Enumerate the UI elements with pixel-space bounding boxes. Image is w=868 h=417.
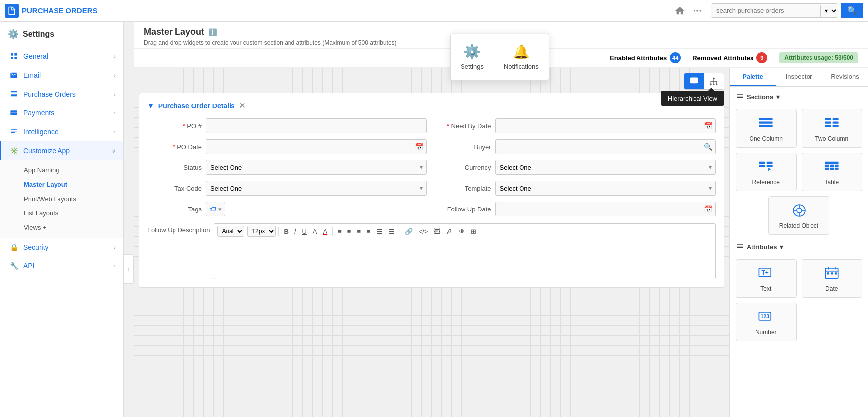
svg-rect-54 xyxy=(835,272,837,274)
input-need-by-date[interactable] xyxy=(496,122,701,130)
field-follow-up-date: Follow Up Date 📅 xyxy=(437,202,716,216)
palette-text[interactable]: T+ Text xyxy=(736,259,797,298)
sidebar-item-security[interactable]: 🔒 Security › xyxy=(0,238,123,257)
sidebar-sub-item-print-web-layouts[interactable]: Print/Web Layouts xyxy=(16,192,123,206)
removed-attributes-stat: Removed Attributes 9 xyxy=(693,52,767,63)
content-area: Master Layout ℹ️ Drag and drop widgets t… xyxy=(134,22,868,417)
rte-image-button[interactable]: 🖼 xyxy=(431,227,443,236)
rte-align-right-button[interactable]: ≡ xyxy=(354,227,363,236)
input-follow-up-date-wrapper: 📅 xyxy=(495,202,716,216)
palette-reference[interactable]: Reference xyxy=(736,153,797,191)
views-label: Views + xyxy=(24,224,47,231)
rte-justify-button[interactable]: ≡ xyxy=(364,227,373,236)
sidebar-item-intelligence[interactable]: Intelligence › xyxy=(0,122,123,141)
hierarchical-view-button[interactable] xyxy=(704,73,724,89)
page-title: Master Layout xyxy=(144,27,204,37)
rte-italic-button[interactable]: I xyxy=(292,227,299,236)
tags-input[interactable]: 🏷 ▾ xyxy=(206,202,225,216)
input-buyer[interactable] xyxy=(496,143,701,151)
rte-code-button[interactable]: </> xyxy=(416,227,431,236)
related-object-icon xyxy=(790,202,808,219)
desktop-view-button[interactable] xyxy=(684,73,704,89)
select-tax-code-wrapper: Select One xyxy=(206,181,427,196)
rte-print-button[interactable]: 🖨 xyxy=(444,227,455,236)
more-options-button[interactable] xyxy=(690,3,705,18)
tab-revisions[interactable]: Revisions xyxy=(822,68,868,86)
info-icon[interactable]: ℹ️ xyxy=(208,28,217,36)
notifications-notif-item[interactable]: 🔔 Notifications xyxy=(494,34,549,80)
palette-attributes-title: Attributes ▾ xyxy=(736,243,862,254)
rte-label: Follow Up Description xyxy=(147,223,210,234)
select-status[interactable]: Select One xyxy=(206,160,427,175)
label-tax-code: Tax Code xyxy=(147,185,202,192)
rte-content-area[interactable] xyxy=(214,239,715,279)
rte-highlight-button[interactable]: A xyxy=(321,227,330,236)
palette-number[interactable]: 123 Number xyxy=(736,303,797,341)
svg-rect-4 xyxy=(14,53,17,56)
general-chevron: › xyxy=(114,53,116,59)
security-icon: 🔒 xyxy=(9,243,18,252)
payments-icon xyxy=(9,108,18,117)
enabled-attributes-stat: Enabled Attributes 44 xyxy=(610,52,681,63)
rte-align-left-button[interactable]: ≡ xyxy=(335,227,344,236)
home-button[interactable] xyxy=(672,3,687,18)
palette-one-column[interactable]: One Column xyxy=(736,109,797,148)
sidebar-collapse-button[interactable]: ‹ xyxy=(124,254,134,284)
rte-bold-button[interactable]: B xyxy=(281,227,290,236)
rte-preview-button[interactable]: 👁 xyxy=(456,227,467,236)
rte-font-color-button[interactable]: A xyxy=(310,227,320,236)
rte-size-select[interactable]: 12px xyxy=(247,226,276,237)
input-follow-up-date[interactable] xyxy=(496,206,701,213)
sidebar-sub-item-master-layout[interactable]: Master Layout xyxy=(16,177,123,192)
svg-rect-34 xyxy=(825,165,829,167)
svg-text:T+: T+ xyxy=(762,269,769,276)
sidebar-item-purchase-orders[interactable]: Purchase Orders › xyxy=(0,85,123,104)
input-po-number[interactable] xyxy=(206,118,427,133)
tab-inspector[interactable]: Inspector xyxy=(776,68,822,86)
input-po-date[interactable] xyxy=(206,143,412,151)
palette-date[interactable]: Date xyxy=(802,259,863,298)
field-template: Template Select One xyxy=(437,181,716,196)
search-input[interactable] xyxy=(711,4,820,17)
sidebar-item-customize-app[interactable]: ✳️ Customize App ∨ xyxy=(0,141,123,160)
svg-rect-28 xyxy=(759,162,765,164)
palette-related-object[interactable]: Related Object xyxy=(768,196,829,235)
select-tax-code[interactable]: Select One xyxy=(206,181,427,196)
svg-rect-6 xyxy=(14,57,17,59)
tab-palette[interactable]: Palette xyxy=(730,68,776,86)
select-template[interactable]: Select One xyxy=(495,181,716,196)
select-currency[interactable]: Select One xyxy=(495,160,716,175)
svg-rect-37 xyxy=(825,168,829,170)
rte-link-button[interactable]: 🔗 xyxy=(403,227,415,236)
right-panel: Palette Inspector Revisions Sections xyxy=(729,68,868,417)
sidebar-item-email[interactable]: Email › xyxy=(0,66,123,85)
section-title: ▼ Purchase Order Details ✕ xyxy=(147,101,716,110)
sidebar-item-payments[interactable]: Payments › xyxy=(0,104,123,122)
sidebar-item-general[interactable]: General › xyxy=(0,47,123,66)
search-type-select[interactable]: ▾ xyxy=(820,5,838,17)
rte-underline-button[interactable]: U xyxy=(299,227,309,236)
two-column-icon xyxy=(823,114,841,132)
section-close-icon[interactable]: ✕ xyxy=(239,101,245,110)
rte-font-select[interactable]: Arial xyxy=(217,226,244,237)
table-label: Table xyxy=(824,179,839,186)
rte-table-button[interactable]: ⊞ xyxy=(468,227,479,236)
general-label: General xyxy=(23,52,48,60)
removed-attributes-badge: 9 xyxy=(756,52,767,63)
enabled-attributes-label: Enabled Attributes xyxy=(610,54,667,62)
section-collapse-icon[interactable]: ▼ xyxy=(147,102,154,110)
sidebar-item-api[interactable]: 🔧 API › xyxy=(0,257,123,275)
rte-align-center-button[interactable]: ≡ xyxy=(345,227,354,236)
palette-table[interactable]: Table xyxy=(802,153,863,191)
search-button[interactable]: 🔍 xyxy=(841,3,863,18)
sidebar-sub-item-app-naming[interactable]: App Naming xyxy=(16,163,123,177)
rte-numbered-list-button[interactable]: ☰ xyxy=(386,227,397,236)
palette-two-column[interactable]: Two Column xyxy=(802,109,863,148)
email-chevron: › xyxy=(114,72,116,78)
sidebar-sub-item-views[interactable]: Views + xyxy=(16,220,123,235)
sidebar-sub-item-list-layouts[interactable]: List Layouts xyxy=(16,206,123,220)
rte-bullet-list-button[interactable]: ☰ xyxy=(374,227,385,236)
select-currency-wrapper: Select One xyxy=(495,160,716,175)
form-wrapper: Hierarchical View ▼ Purchase Order Detai… xyxy=(134,68,868,417)
settings-notif-item[interactable]: ⚙️ Settings xyxy=(451,34,494,80)
